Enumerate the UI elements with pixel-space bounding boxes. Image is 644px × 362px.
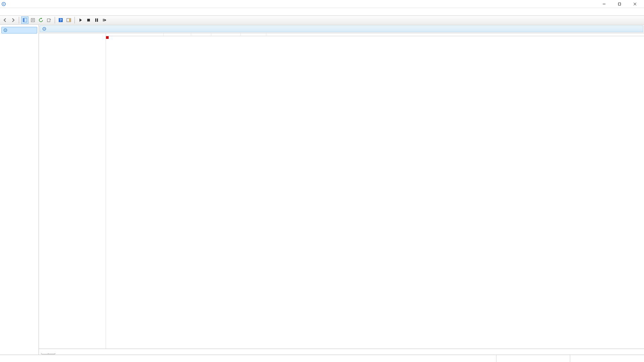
toolbar: ?	[0, 15, 644, 25]
show-tree-button[interactable]	[21, 16, 29, 24]
titlebar	[0, 0, 644, 8]
svg-rect-18	[97, 18, 98, 22]
nav-back-button[interactable]	[1, 16, 9, 24]
menu-view[interactable]	[13, 11, 18, 12]
gear-icon	[3, 28, 8, 33]
refresh-button[interactable]	[37, 16, 45, 24]
bottom-tabs	[39, 349, 644, 355]
stop-service-button[interactable]	[85, 16, 92, 24]
tree-pane	[0, 25, 39, 355]
statusbar	[0, 355, 644, 362]
help-button[interactable]: ?	[57, 16, 64, 24]
toolbar-separator	[19, 17, 19, 23]
services-app-icon	[1, 2, 6, 6]
toolbar-separator	[55, 17, 55, 23]
export-button[interactable]	[45, 16, 53, 24]
svg-point-23	[44, 28, 45, 29]
svg-rect-8	[31, 18, 35, 22]
col-log-on-as[interactable]	[241, 33, 266, 36]
statusbar-cell	[0, 355, 496, 362]
menu-file[interactable]	[2, 11, 7, 12]
gear-icon	[42, 26, 47, 31]
svg-rect-11	[47, 19, 50, 22]
col-status[interactable]	[191, 33, 211, 36]
menubar	[0, 8, 644, 15]
col-name[interactable]	[106, 33, 164, 36]
minimize-button[interactable]	[596, 0, 612, 8]
show-hide-action-button[interactable]	[65, 16, 72, 24]
tab-extended[interactable]	[41, 353, 48, 354]
col-startup-type[interactable]	[211, 33, 241, 36]
svg-point-21	[5, 30, 6, 31]
statusbar-cell	[496, 355, 570, 362]
menu-action[interactable]	[7, 11, 13, 12]
col-description[interactable]	[164, 33, 191, 36]
window-controls	[596, 0, 643, 8]
toolbar-separator	[74, 17, 75, 23]
restart-service-button[interactable]	[101, 16, 108, 24]
list-header	[106, 33, 644, 36]
split-area	[39, 33, 644, 349]
content-header	[40, 25, 643, 32]
svg-rect-3	[619, 3, 621, 5]
svg-text:?: ?	[60, 18, 62, 22]
statusbar-cell	[570, 355, 644, 362]
svg-rect-6	[23, 18, 24, 22]
pause-service-button[interactable]	[93, 16, 100, 24]
svg-point-1	[3, 3, 4, 5]
svg-rect-7	[24, 18, 27, 22]
tab-standard[interactable]	[48, 353, 55, 354]
content-pane	[39, 25, 644, 355]
close-button[interactable]	[627, 0, 643, 8]
nav-forward-button[interactable]	[9, 16, 17, 24]
start-service-button[interactable]	[77, 16, 84, 24]
highlight-annotation	[106, 36, 109, 39]
tree-item-services-local[interactable]	[1, 27, 37, 34]
main-area	[0, 25, 644, 355]
svg-rect-19	[103, 19, 104, 21]
svg-rect-17	[95, 18, 96, 22]
services-list[interactable]	[106, 33, 644, 349]
maximize-button[interactable]	[612, 0, 627, 8]
properties-button[interactable]	[29, 16, 37, 24]
menu-help[interactable]	[18, 11, 23, 12]
svg-rect-16	[87, 19, 90, 21]
svg-rect-15	[69, 18, 71, 22]
detail-pane	[39, 33, 106, 349]
